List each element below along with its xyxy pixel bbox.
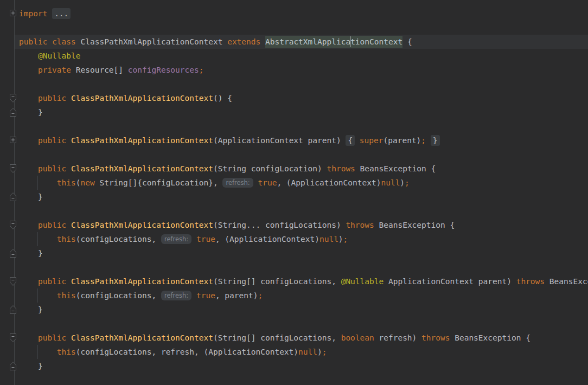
code-token: ) (400, 178, 405, 187)
code-line[interactable]: @Nullable (0, 49, 588, 63)
code-token (76, 37, 81, 46)
code-line[interactable]: public ClassPathXmlApplicationContext(St… (0, 274, 588, 288)
code-token: throws (421, 333, 450, 342)
code-line[interactable] (0, 21, 588, 35)
code-line[interactable]: import ... (0, 7, 588, 21)
fold-collapse-start-icon[interactable] (9, 277, 17, 286)
code-line[interactable]: this(new String[]{configLocation}, refre… (0, 176, 588, 190)
code-token: ) (317, 348, 322, 356)
fold-expand-icon[interactable] (9, 9, 17, 18)
code-token: ) (338, 235, 343, 243)
folded-region-chip[interactable]: { (346, 135, 355, 146)
code-token: BeansException { (450, 333, 530, 342)
code-token: ClassPathXmlApplicationContext (71, 333, 213, 342)
folded-region-chip[interactable]: ... (52, 8, 71, 19)
fold-collapse-end-icon[interactable] (9, 107, 17, 117)
code-token (19, 164, 38, 173)
code-token: (ApplicationContext parent) (213, 136, 346, 145)
fold-collapse-end-icon[interactable] (9, 192, 17, 202)
code-line[interactable] (0, 77, 588, 91)
code-token: String[]{configLocation}, (95, 178, 223, 187)
code-token: ( (76, 178, 81, 187)
code-line[interactable] (0, 373, 588, 385)
code-line[interactable]: this(configLocations, refresh: true, par… (0, 288, 588, 303)
code-token (19, 94, 38, 102)
code-token (66, 333, 71, 342)
fold-collapse-end-icon[interactable] (9, 361, 17, 371)
fold-expand-icon[interactable] (9, 136, 17, 145)
code-token (19, 333, 38, 342)
editor-gutter (0, 0, 18, 385)
code-token: } (19, 305, 43, 314)
code-token (66, 277, 71, 286)
code-token: (configLocations, refresh, (ApplicationC… (76, 348, 298, 356)
fold-collapse-start-icon[interactable] (9, 93, 17, 103)
parameter-hint-chip: refresh: (161, 291, 191, 300)
code-token: super (360, 136, 384, 145)
code-token: public (38, 333, 66, 342)
code-line[interactable]: this(configLocations, refresh: true, (Ap… (0, 232, 588, 246)
code-token: throws (327, 164, 355, 173)
code-line[interactable]: public ClassPathXmlApplicationContext(St… (0, 331, 588, 345)
code-token: public (38, 164, 66, 173)
fold-collapse-start-icon[interactable] (9, 220, 17, 230)
code-token (19, 235, 57, 243)
code-line[interactable]: public ClassPathXmlApplicationContext() … (0, 91, 588, 105)
code-token: public (38, 277, 66, 286)
code-token: } (19, 249, 43, 258)
code-token: true (196, 291, 215, 300)
code-token: extends (227, 37, 260, 46)
code-line[interactable]: public ClassPathXmlApplicationContext(St… (0, 162, 588, 176)
code-token: class (52, 37, 76, 46)
code-token: ; (258, 291, 263, 300)
parameter-hint-chip: refresh: (161, 234, 191, 244)
code-token: Resource[] (71, 66, 128, 74)
code-token: refresh) (374, 333, 421, 342)
code-token: this (57, 178, 76, 187)
code-token: this (57, 291, 76, 300)
code-line[interactable]: private Resource[] configResources; (0, 63, 588, 77)
fold-collapse-start-icon[interactable] (9, 333, 17, 343)
code-line[interactable]: } (0, 303, 588, 317)
code-token: ClassPathXmlApplicationContext (71, 164, 213, 173)
code-line[interactable] (0, 204, 588, 218)
code-line[interactable]: this(configLocations, refresh, (Applicat… (0, 345, 588, 359)
code-line[interactable] (0, 317, 588, 331)
code-line[interactable] (0, 119, 588, 133)
fold-collapse-start-icon[interactable] (9, 164, 17, 174)
code-token: ApplicationContext parent) (384, 277, 516, 286)
code-line[interactable] (0, 260, 588, 274)
code-line[interactable]: public class ClassPathXmlApplicationCont… (15, 35, 588, 49)
code-line[interactable] (0, 147, 588, 162)
code-token: new (81, 178, 95, 187)
code-line[interactable]: } (0, 359, 588, 373)
code-token (355, 136, 360, 145)
code-token: @Nullable (38, 52, 81, 60)
code-token (66, 164, 71, 173)
code-token (191, 291, 196, 300)
code-token: null (298, 348, 317, 356)
folded-region-chip[interactable]: } (431, 135, 440, 146)
code-token: (configLocations, (76, 291, 161, 300)
code-token: BeansException { (545, 277, 588, 286)
fold-collapse-end-icon[interactable] (9, 305, 17, 315)
code-token (19, 277, 38, 286)
code-token: ; (343, 235, 348, 243)
code-line[interactable]: } (0, 105, 588, 119)
code-line[interactable]: public ClassPathXmlApplicationContext(Ap… (0, 133, 588, 147)
code-line[interactable]: public ClassPathXmlApplicationContext(St… (0, 218, 588, 232)
code-token: (String... configLocations) (213, 221, 346, 229)
code-token: (String configLocation) (213, 164, 327, 173)
code-token: public (38, 94, 66, 102)
fold-collapse-end-icon[interactable] (9, 248, 17, 258)
code-token (66, 221, 71, 229)
code-token: ClassPathXmlApplicationContext (81, 37, 223, 46)
code-token: public (19, 37, 47, 46)
code-token: tionContext (350, 36, 402, 48)
code-line[interactable]: } (0, 246, 588, 260)
code-token: ; (322, 348, 327, 356)
code-line[interactable]: } (0, 190, 588, 204)
code-token (191, 235, 196, 243)
code-token: (String[] configLocations, (213, 333, 341, 342)
code-token: (String[] configLocations, (213, 277, 341, 286)
